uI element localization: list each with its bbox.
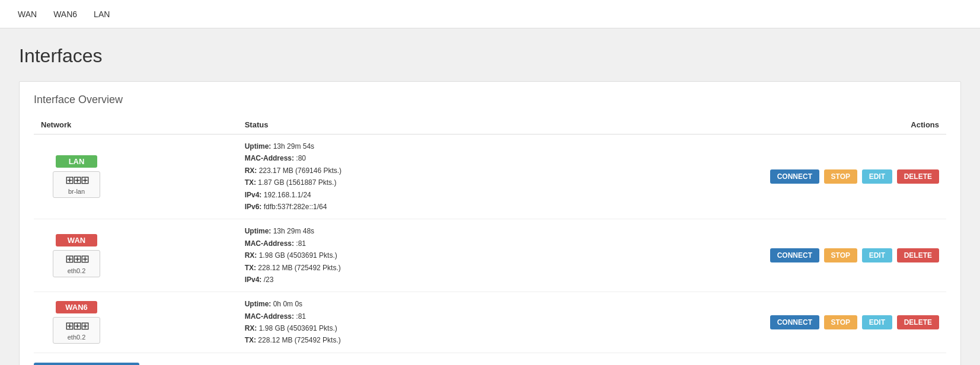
net-badge-wan: WAN [56, 234, 97, 246]
status-cell-wan6: Uptime: 0h 0m 0sMAC-Address: :81RX: 1.98… [238, 292, 503, 353]
table-header-row: Network Status Actions [34, 116, 946, 135]
net-badge-wan6: WAN6 [56, 301, 97, 313]
nav-item-wan[interactable]: WAN [9, 1, 45, 27]
network-cell-wan: WAN ⊞⊞⊞ eth0.2 [34, 219, 238, 292]
page-area: Interfaces Interface Overview Network St… [0, 28, 980, 365]
table-row: LAN ⊞⊞⊞ br-lan Uptime: 13h 29m 54sMAC-Ad… [34, 135, 946, 219]
iface-icon: ⊞⊞⊞ [65, 320, 88, 333]
connect-button-lan[interactable]: CONNECT [770, 169, 819, 184]
stop-button-wan6[interactable]: STOP [824, 315, 857, 329]
card-title: Interface Overview [34, 94, 946, 106]
net-badge-lan: LAN [56, 155, 97, 168]
col-network: Network [34, 116, 238, 135]
actions-cell-wan6: CONNECT STOP EDIT DELETE [503, 292, 946, 353]
iface-icon-box-wan6: ⊞⊞⊞ eth0.2 [53, 317, 100, 344]
status-text: Uptime: 13h 29m 54sMAC-Address: :80RX: 2… [245, 140, 496, 213]
connect-button-wan[interactable]: CONNECT [770, 248, 819, 262]
stop-button-wan[interactable]: STOP [824, 248, 857, 262]
network-cell-inner: WAN ⊞⊞⊞ eth0.2 [41, 234, 112, 277]
status-text: Uptime: 0h 0m 0sMAC-Address: :81RX: 1.98… [245, 298, 496, 347]
network-cell-inner: WAN6 ⊞⊞⊞ eth0.2 [41, 301, 112, 344]
delete-button-wan[interactable]: DELETE [897, 248, 939, 262]
table-row: WAN ⊞⊞⊞ eth0.2 Uptime: 13h 29m 48sMAC-Ad… [34, 219, 946, 292]
col-status: Status [238, 116, 503, 135]
iface-icon: ⊞⊞⊞ [65, 174, 88, 187]
col-actions: Actions [503, 116, 946, 135]
actions-cell-wan: CONNECT STOP EDIT DELETE [503, 219, 946, 292]
stop-button-lan[interactable]: STOP [824, 169, 857, 184]
nav-item-wan6[interactable]: WAN6 [45, 1, 85, 27]
iface-icon: ⊞⊞⊞ [65, 253, 88, 266]
page-title: Interfaces [19, 45, 961, 67]
iface-port-label: br-lan [68, 188, 85, 195]
actions-cell-lan: CONNECT STOP EDIT DELETE [503, 135, 946, 219]
interface-overview-card: Interface Overview Network Status Action… [19, 81, 961, 365]
top-nav: WAN WAN6 LAN [0, 0, 980, 28]
nav-item-lan[interactable]: LAN [85, 1, 118, 27]
iface-icon-box-lan: ⊞⊞⊞ br-lan [53, 171, 100, 198]
status-text: Uptime: 13h 29m 48sMAC-Address: :81RX: 1… [245, 225, 496, 286]
iface-port-label: eth0.2 [68, 334, 86, 341]
status-cell-lan: Uptime: 13h 29m 54sMAC-Address: :80RX: 2… [238, 135, 503, 219]
add-new-interface-button[interactable]: ADD NEW INTERFACE... [34, 363, 139, 365]
delete-button-wan6[interactable]: DELETE [897, 315, 939, 329]
connect-button-wan6[interactable]: CONNECT [770, 315, 819, 329]
delete-button-lan[interactable]: DELETE [897, 169, 939, 184]
network-cell-lan: LAN ⊞⊞⊞ br-lan [34, 135, 238, 219]
iface-port-label: eth0.2 [68, 267, 86, 274]
status-cell-wan: Uptime: 13h 29m 48sMAC-Address: :81RX: 1… [238, 219, 503, 292]
interface-table: Network Status Actions LAN ⊞⊞⊞ br-lan Up… [34, 116, 946, 353]
iface-icon-box-wan: ⊞⊞⊞ eth0.2 [53, 250, 100, 277]
network-cell-wan6: WAN6 ⊞⊞⊞ eth0.2 [34, 292, 238, 353]
edit-button-wan6[interactable]: EDIT [862, 315, 892, 329]
edit-button-lan[interactable]: EDIT [862, 169, 892, 184]
table-row: WAN6 ⊞⊞⊞ eth0.2 Uptime: 0h 0m 0sMAC-Addr… [34, 292, 946, 353]
network-cell-inner: LAN ⊞⊞⊞ br-lan [41, 155, 112, 198]
edit-button-wan[interactable]: EDIT [862, 248, 892, 262]
